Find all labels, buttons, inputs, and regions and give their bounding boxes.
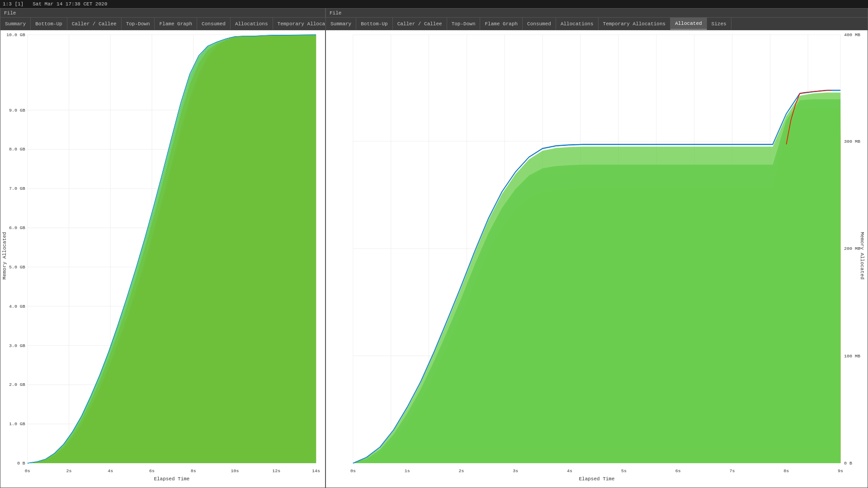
svg-text:2s: 2s — [66, 469, 72, 474]
svg-text:1.0 GB: 1.0 GB — [9, 422, 25, 427]
right-tab-temp-allocations[interactable]: Temporary Allocations — [599, 18, 671, 30]
left-tab-allocations[interactable]: Allocations — [231, 18, 273, 30]
left-tab-flame-graph[interactable]: Flame Graph — [155, 18, 197, 30]
title-bar: 1:3 [1] Sat Mar 14 17:38 CET 2020 — [0, 0, 868, 8]
right-tab-allocations[interactable]: Allocations — [556, 18, 599, 30]
right-file-label: File — [330, 10, 341, 16]
left-tab-bar: Summary Bottom-Up Caller / Callee Top-Do… — [0, 18, 325, 30]
right-file-bar: File — [326, 9, 868, 18]
left-chart-area: 0 B 1.0 GB 2.0 GB 3.0 GB 4.0 GB 5.0 GB 6… — [0, 30, 325, 488]
svg-text:9.0 GB: 9.0 GB — [9, 108, 25, 113]
svg-text:10.0 GB: 10.0 GB — [6, 33, 25, 38]
main-container: File Summary Bottom-Up Caller / Callee T… — [0, 8, 868, 488]
svg-text:Elapsed Time: Elapsed Time — [154, 476, 189, 482]
svg-text:12s: 12s — [272, 469, 280, 474]
right-tab-consumed[interactable]: Consumed — [523, 18, 556, 30]
left-tab-bottom-up[interactable]: Bottom-Up — [31, 18, 67, 30]
svg-text:7.0 GB: 7.0 GB — [9, 186, 25, 191]
svg-text:2s: 2s — [459, 469, 464, 474]
svg-text:8s: 8s — [783, 469, 789, 474]
right-tab-bar: Summary Bottom-Up Caller / Callee Top-Do… — [326, 18, 868, 30]
right-tab-caller-callee[interactable]: Caller / Callee — [393, 18, 447, 30]
right-tab-bottom-up[interactable]: Bottom-Up — [356, 18, 392, 30]
svg-text:10s: 10s — [231, 469, 239, 474]
svg-text:4s: 4s — [567, 469, 572, 474]
right-tab-flame-graph[interactable]: Flame Graph — [480, 18, 523, 30]
svg-text:7s: 7s — [730, 469, 735, 474]
left-tab-summary[interactable]: Summary — [0, 18, 31, 30]
svg-text:8s: 8s — [191, 469, 196, 474]
left-tab-caller-callee[interactable]: Caller / Callee — [67, 18, 122, 30]
svg-text:0s: 0s — [350, 469, 356, 474]
svg-text:300 MB: 300 MB — [844, 139, 860, 144]
svg-text:6s: 6s — [149, 469, 155, 474]
left-tab-top-down[interactable]: Top-Down — [122, 18, 155, 30]
svg-text:Memory Allocated: Memory Allocated — [859, 232, 865, 279]
svg-text:4.0 GB: 4.0 GB — [9, 304, 25, 309]
svg-text:8.0 GB: 8.0 GB — [9, 147, 25, 152]
svg-text:6.0 GB: 6.0 GB — [9, 225, 25, 230]
right-panel: File Summary Bottom-Up Caller / Callee T… — [326, 8, 868, 488]
left-file-bar: File — [0, 9, 325, 18]
svg-text:200 MB: 200 MB — [844, 246, 860, 251]
svg-text:5.0 GB: 5.0 GB — [9, 265, 25, 270]
right-tab-summary[interactable]: Summary — [326, 18, 356, 30]
svg-text:3.0 GB: 3.0 GB — [9, 343, 25, 348]
svg-text:0 B: 0 B — [17, 461, 25, 466]
svg-text:1s: 1s — [405, 469, 410, 474]
svg-text:14s: 14s — [312, 469, 320, 474]
svg-text:0s: 0s — [25, 469, 30, 474]
svg-text:4s: 4s — [108, 469, 113, 474]
svg-text:Elapsed Time: Elapsed Time — [579, 476, 614, 482]
svg-text:3s: 3s — [513, 469, 518, 474]
svg-text:0 B: 0 B — [844, 461, 852, 466]
window-datetime: Sat Mar 14 17:38 CET 2020 — [33, 1, 107, 7]
svg-text:2.0 GB: 2.0 GB — [9, 382, 25, 387]
left-chart-svg: 0 B 1.0 GB 2.0 GB 3.0 GB 4.0 GB 5.0 GB 6… — [0, 30, 325, 488]
right-tab-sizes[interactable]: Sizes — [707, 18, 731, 30]
svg-text:Memory Allocated: Memory Allocated — [2, 232, 7, 279]
left-file-label: File — [4, 10, 16, 16]
right-tab-allocated[interactable]: Allocated — [670, 18, 707, 30]
svg-text:400 MB: 400 MB — [844, 33, 860, 38]
right-tab-top-down[interactable]: Top-Down — [447, 18, 481, 30]
left-tab-consumed[interactable]: Consumed — [197, 18, 231, 30]
svg-text:6s: 6s — [675, 469, 681, 474]
left-panel: File Summary Bottom-Up Caller / Callee T… — [0, 8, 326, 488]
window-info: 1:3 [1] — [3, 1, 24, 7]
svg-text:9s: 9s — [838, 469, 843, 474]
svg-text:100 MB: 100 MB — [844, 354, 860, 359]
svg-text:5s: 5s — [621, 469, 627, 474]
right-chart-svg: 0 B 100 MB 200 MB 300 MB 400 MB 0s 1s 2s… — [326, 30, 868, 488]
right-chart-area: 0 B 100 MB 200 MB 300 MB 400 MB 0s 1s 2s… — [326, 30, 868, 488]
